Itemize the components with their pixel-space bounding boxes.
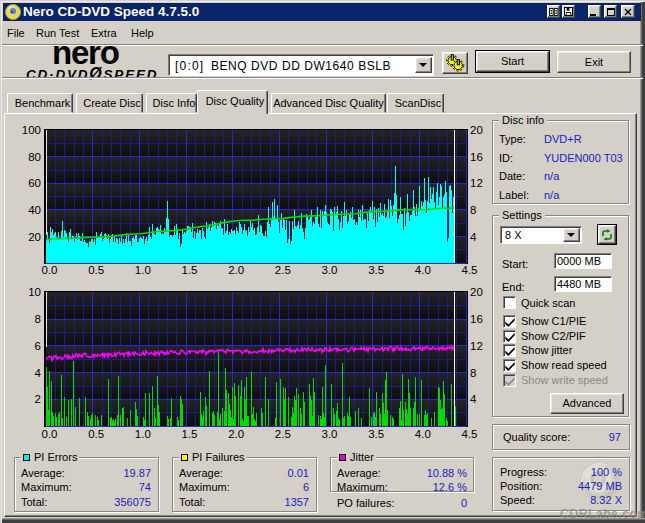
svg-text:4.5: 4.5 <box>462 428 478 440</box>
svg-text:0.5: 0.5 <box>88 428 104 440</box>
svg-text:8: 8 <box>470 204 476 216</box>
svg-text:80: 80 <box>28 151 41 163</box>
svg-text:16: 16 <box>470 313 483 325</box>
svg-text:3.5: 3.5 <box>368 264 384 276</box>
svg-text:3.0: 3.0 <box>322 264 338 276</box>
svg-text:12: 12 <box>470 177 483 189</box>
svg-text:4: 4 <box>470 231 477 243</box>
svg-text:4.0: 4.0 <box>415 428 431 440</box>
svg-text:0.0: 0.0 <box>42 428 58 440</box>
svg-text:10: 10 <box>28 286 41 298</box>
svg-text:60: 60 <box>28 177 41 189</box>
svg-text:4: 4 <box>35 367 42 379</box>
svg-text:20: 20 <box>470 124 483 136</box>
svg-text:20: 20 <box>28 231 41 243</box>
svg-text:3.0: 3.0 <box>322 428 338 440</box>
svg-text:4: 4 <box>470 393 477 405</box>
svg-text:20: 20 <box>470 286 483 298</box>
svg-text:40: 40 <box>28 204 41 216</box>
svg-text:100: 100 <box>22 124 41 136</box>
svg-text:8: 8 <box>470 367 476 379</box>
svg-text:2.5: 2.5 <box>275 428 291 440</box>
svg-text:1.5: 1.5 <box>182 428 198 440</box>
svg-text:16: 16 <box>470 151 483 163</box>
svg-text:1.0: 1.0 <box>135 428 151 440</box>
svg-text:12: 12 <box>470 340 483 352</box>
svg-text:0.5: 0.5 <box>88 264 104 276</box>
svg-text:4.5: 4.5 <box>462 264 478 276</box>
svg-text:1.0: 1.0 <box>135 264 151 276</box>
svg-text:0.0: 0.0 <box>42 264 58 276</box>
svg-text:2.0: 2.0 <box>228 264 244 276</box>
svg-text:3.5: 3.5 <box>368 428 384 440</box>
svg-text:2.5: 2.5 <box>275 264 291 276</box>
svg-text:4.0: 4.0 <box>415 264 431 276</box>
svg-text:2.0: 2.0 <box>228 428 244 440</box>
svg-text:2: 2 <box>35 393 41 405</box>
svg-text:6: 6 <box>35 340 41 352</box>
svg-text:1.5: 1.5 <box>182 264 198 276</box>
svg-text:8: 8 <box>35 313 41 325</box>
